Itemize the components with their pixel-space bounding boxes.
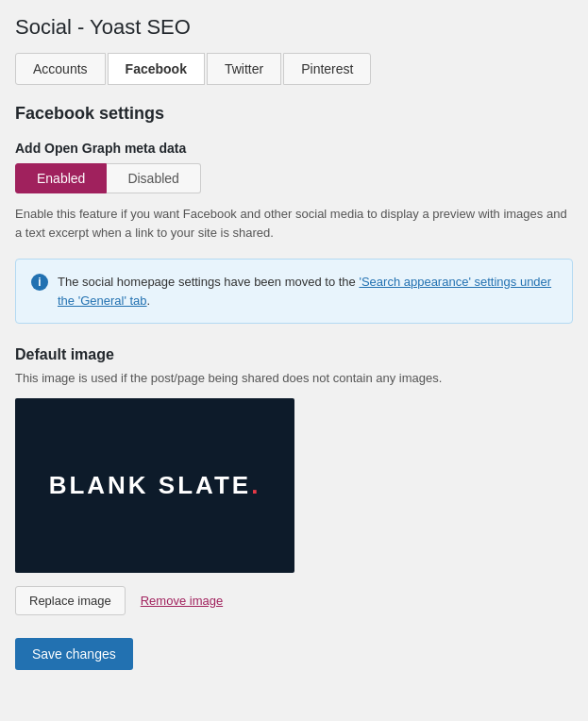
preview-text: BLANK SLATE. <box>49 471 261 500</box>
toggle-disabled-button[interactable]: Disabled <box>107 163 200 193</box>
remove-image-button[interactable]: Remove image <box>141 594 223 608</box>
image-actions: Replace image Remove image <box>15 586 573 615</box>
open-graph-label: Add Open Graph meta data <box>15 141 573 156</box>
toggle-enabled-button[interactable]: Enabled <box>15 163 107 193</box>
page-wrapper: Social - Yoast SEO Accounts Facebook Twi… <box>0 0 588 698</box>
page-title: Social - Yoast SEO <box>15 15 573 40</box>
tab-pinterest[interactable]: Pinterest <box>283 53 371 85</box>
tab-accounts[interactable]: Accounts <box>15 53 106 85</box>
tab-facebook[interactable]: Facebook <box>108 53 205 85</box>
facebook-settings-section: Facebook settings Add Open Graph meta da… <box>15 104 573 670</box>
preview-main-text: BLANK SLATE <box>49 471 252 499</box>
image-preview: BLANK SLATE. <box>15 398 294 573</box>
open-graph-helper: Enable this feature if you want Facebook… <box>15 205 573 242</box>
info-box: i The social homepage settings have been… <box>15 259 573 324</box>
info-box-text: The social homepage settings have been m… <box>58 273 557 310</box>
info-icon: i <box>31 274 48 291</box>
image-helper-text: This image is used if the post/page bein… <box>15 371 573 385</box>
save-changes-button[interactable]: Save changes <box>15 638 133 670</box>
replace-image-button[interactable]: Replace image <box>15 586 126 615</box>
preview-dot: . <box>251 471 260 499</box>
tab-bar: Accounts Facebook Twitter Pinterest <box>15 53 573 85</box>
default-image-title: Default image <box>15 346 573 363</box>
tab-twitter[interactable]: Twitter <box>207 53 281 85</box>
info-text-after: . <box>147 293 151 308</box>
section-title: Facebook settings <box>15 104 573 124</box>
info-text-before: The social homepage settings have been m… <box>58 275 359 289</box>
open-graph-toggle: Enabled Disabled <box>15 163 573 193</box>
